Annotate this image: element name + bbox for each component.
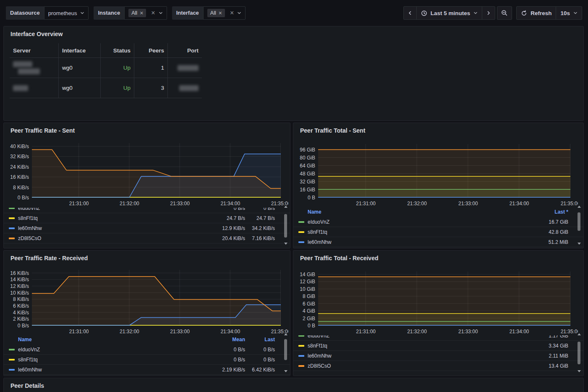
scroll-down-icon[interactable] <box>284 370 287 372</box>
legend-row: zD8I5CsO 20.4 KiB/s 7.16 KiB/s <box>4 233 290 243</box>
legend-series-name[interactable]: zD8I5CsO <box>308 363 331 369</box>
x-tick: 21:34:00 <box>220 329 240 335</box>
time-series-plot[interactable] <box>32 143 281 198</box>
series-swatch <box>298 365 304 367</box>
legend-series-name[interactable]: s8nFf1tq <box>18 357 38 363</box>
y-tick: 24 KiB/s <box>10 164 29 170</box>
tag-remove-icon[interactable]: × <box>219 10 222 16</box>
panel-title[interactable]: Peer Details <box>10 382 44 389</box>
refresh-interval-picker[interactable]: 10s <box>556 7 582 19</box>
zoom-out-button[interactable] <box>497 7 512 19</box>
redacted-text <box>18 68 40 74</box>
chevron-down-icon <box>473 11 478 15</box>
legend-row: le60mNhw 2.19 KiB/s 6.42 KiB/s <box>4 365 290 375</box>
instance-picker[interactable]: All × × <box>124 6 167 20</box>
panel-title[interactable]: Peer Traffic Rate - Sent <box>10 127 75 134</box>
legend-sort-last[interactable]: Last * <box>530 209 568 215</box>
x-tick: 21:32:00 <box>120 201 139 206</box>
port-cell-redacted <box>167 58 202 78</box>
legend-scrollbar[interactable] <box>576 333 582 372</box>
y-tick: 8 GiB <box>303 293 315 299</box>
legend-series-name[interactable]: le60mNhw <box>18 367 42 373</box>
legend-sort-name[interactable]: Name <box>308 209 321 215</box>
clock-icon <box>421 10 427 16</box>
series-swatch <box>9 227 15 229</box>
x-tick: 21:32:00 <box>407 329 427 335</box>
interface-tag-all[interactable]: All × <box>207 9 225 17</box>
legend-series-name[interactable]: eIduoVnZ <box>18 208 40 211</box>
legend-table: eIduoVnZ 1.17 GiB s8nFf1tq 3.34 GiB le60… <box>293 335 583 372</box>
legend-last-value: 3.34 GiB <box>530 343 568 349</box>
series-swatch <box>298 241 304 243</box>
legend-series-name[interactable]: eIduoVnZ <box>308 219 329 225</box>
legend-last-value: 24.7 B/s <box>236 215 275 221</box>
refresh-button[interactable]: Refresh <box>517 7 556 19</box>
panel-title[interactable]: Peer Traffic Total - Received <box>300 255 378 261</box>
scrollbar-thumb[interactable] <box>284 339 287 360</box>
legend-scrollbar[interactable] <box>283 333 289 372</box>
scroll-up-icon[interactable] <box>284 206 287 208</box>
series-swatch <box>298 335 304 337</box>
scrollbar-thumb[interactable] <box>284 214 287 238</box>
time-series-plot[interactable] <box>318 144 570 198</box>
legend-series-name[interactable]: s8nFf1tq <box>18 215 38 221</box>
series-swatch <box>9 238 15 239</box>
legend-row: s8nFf1tq 42.8 GiB <box>293 227 583 237</box>
clear-selection-icon[interactable]: × <box>151 10 155 16</box>
legend-series-name[interactable]: s8nFf1tq <box>308 343 327 349</box>
legend-series-name[interactable]: s8nFf1tq <box>308 229 327 235</box>
legend-series-name[interactable]: zD8I5CsO <box>18 235 41 241</box>
legend-last-value: 2.11 MiB <box>530 353 568 359</box>
time-shift-back-button[interactable] <box>404 7 416 19</box>
scroll-down-icon[interactable] <box>578 370 581 372</box>
peer-traffic-rate-sent-panel: Peer Traffic Rate - Sent 0 B/s 8 KiB/s 1… <box>3 123 290 248</box>
refresh-label: Refresh <box>531 10 551 16</box>
tag-label: All <box>131 10 137 16</box>
time-range-picker[interactable]: Last 5 minutes <box>416 7 482 19</box>
scroll-up-icon[interactable] <box>578 333 581 335</box>
legend-series-name[interactable]: le60mNhw <box>308 239 332 245</box>
table-row: wg0 Up 1 <box>10 57 202 78</box>
x-tick: 21:33:00 <box>170 329 190 335</box>
legend-series-name[interactable]: le60mNhw <box>308 353 332 359</box>
scroll-up-icon[interactable] <box>284 333 287 335</box>
legend-row: s8nFf1tq 0 B/s 0 B/s <box>4 355 290 365</box>
legend-sort-last[interactable]: Last <box>236 337 275 342</box>
scrollbar-thumb[interactable] <box>578 342 580 364</box>
interface-cell: wg0 <box>58 78 100 98</box>
y-tick: 8 KiB/s <box>13 296 29 302</box>
legend-last-value: 42.8 GiB <box>530 229 568 235</box>
col-header-server: Server <box>10 43 58 57</box>
clear-selection-icon[interactable]: × <box>230 10 234 16</box>
legend-scrollbar[interactable] <box>283 206 289 245</box>
legend-sort-name[interactable]: Name <box>18 337 32 342</box>
scroll-down-icon[interactable] <box>284 243 287 245</box>
legend-series-name[interactable]: eIduoVnZ <box>18 347 40 353</box>
x-tick: 21:34:00 <box>220 201 240 206</box>
panel-title[interactable]: Peer Traffic Total - Sent <box>300 127 365 134</box>
tag-remove-icon[interactable]: × <box>140 10 143 16</box>
chevron-down-icon <box>159 11 163 15</box>
scrollbar-thumb[interactable] <box>578 212 580 231</box>
x-axis: 21:31:00 21:32:00 21:33:00 21:34:00 21:3… <box>318 201 578 207</box>
time-series-plot[interactable] <box>32 270 281 326</box>
legend-last-value: 0 B/s <box>236 357 275 363</box>
interface-picker[interactable]: All × × <box>203 6 246 20</box>
legend-series-name[interactable]: eIduoVnZ <box>308 335 329 339</box>
scroll-up-icon[interactable] <box>578 206 581 208</box>
chevron-left-icon <box>408 10 413 16</box>
time-shift-forward-button[interactable] <box>482 7 495 19</box>
time-series-plot[interactable] <box>318 272 570 326</box>
scroll-down-icon[interactable] <box>578 243 581 245</box>
instance-tag-all[interactable]: All × <box>128 9 146 17</box>
col-header-peers: Peers <box>134 43 167 57</box>
legend-scrollbar[interactable] <box>576 206 582 245</box>
y-tick: 40 KiB/s <box>10 144 29 149</box>
panel-title[interactable]: Peer Traffic Rate - Received <box>10 255 88 261</box>
legend-last-value: 34.2 KiB/s <box>236 225 275 231</box>
datasource-picker[interactable]: prometheus <box>44 6 89 20</box>
legend-last-value: 1.17 GiB <box>530 335 568 339</box>
panel-title[interactable]: Interface Overview <box>10 31 63 37</box>
legend-series-name[interactable]: le60mNhw <box>18 225 42 231</box>
legend-row: zD8I5CsO 13.4 GiB <box>293 361 583 371</box>
